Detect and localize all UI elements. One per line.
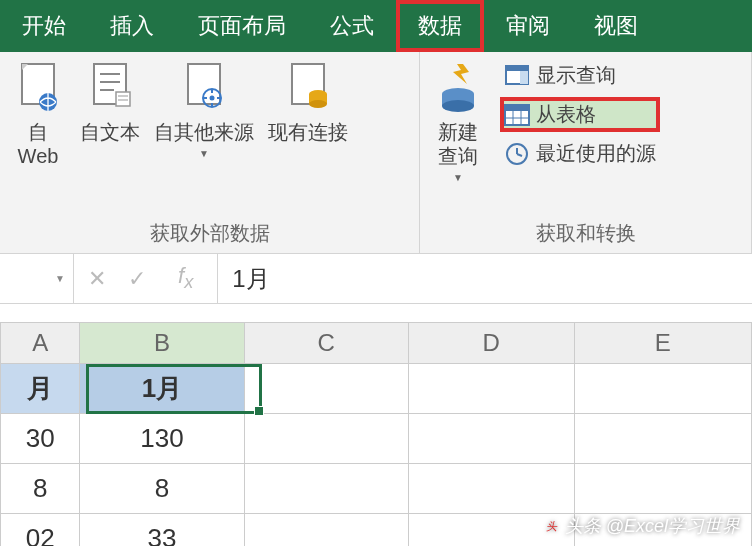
tab-start[interactable]: 开始	[0, 0, 88, 52]
from-table-icon	[504, 102, 530, 128]
formula-input[interactable]: 1月	[218, 263, 269, 295]
recent-sources-icon	[504, 141, 530, 167]
cell-C1[interactable]	[245, 364, 409, 414]
svg-rect-25	[520, 71, 528, 84]
cell-C3[interactable]	[245, 464, 409, 514]
dropdown-icon: ▼	[453, 172, 463, 183]
svg-rect-27	[505, 105, 529, 111]
cell-B1[interactable]: 1月	[80, 364, 244, 414]
show-queries-icon	[504, 63, 530, 89]
svg-text:头: 头	[545, 520, 557, 532]
dropdown-icon: ▼	[55, 273, 65, 284]
cell-A1[interactable]: 月	[0, 364, 80, 414]
col-header-C[interactable]: C	[245, 322, 409, 364]
cancel-icon[interactable]: ✕	[88, 266, 106, 292]
watermark: 头 头条 @Excel学习世界	[541, 514, 740, 538]
svg-line-33	[517, 154, 522, 156]
col-header-A[interactable]: A	[0, 322, 80, 364]
fx-icon[interactable]: fx	[168, 263, 203, 293]
from-web-icon	[10, 60, 66, 116]
cell-E2[interactable]	[575, 414, 752, 464]
cell-D1[interactable]	[409, 364, 575, 414]
new-query-icon	[430, 60, 486, 116]
from-other-button[interactable]: 自其他来源 ▼	[154, 60, 254, 159]
tab-page-layout[interactable]: 页面布局	[176, 0, 308, 52]
from-other-icon	[176, 60, 232, 116]
cell-D3[interactable]	[409, 464, 575, 514]
from-web-button[interactable]: 自 Web	[10, 60, 66, 168]
ribbon-group-label: 获取和转换	[430, 214, 741, 247]
svg-rect-24	[506, 66, 528, 71]
tab-insert[interactable]: 插入	[88, 0, 176, 52]
col-header-D[interactable]: D	[409, 322, 575, 364]
cell-B3[interactable]: 8	[80, 464, 244, 514]
svg-point-19	[309, 100, 327, 108]
ribbon-group-label: 获取外部数据	[10, 214, 409, 247]
show-queries-button[interactable]: 显示查询	[500, 60, 660, 91]
cell-C2[interactable]	[245, 414, 409, 464]
svg-point-11	[210, 96, 215, 101]
recent-sources-button[interactable]: 最近使用的源	[500, 138, 660, 169]
cell-B2[interactable]: 130	[80, 414, 244, 464]
svg-point-22	[442, 100, 474, 112]
dropdown-icon: ▼	[199, 148, 209, 159]
tab-formulas[interactable]: 公式	[308, 0, 396, 52]
cell-A2[interactable]: 30	[0, 414, 80, 464]
confirm-icon[interactable]: ✓	[128, 266, 146, 292]
cell-A4[interactable]: 02	[0, 514, 80, 546]
col-header-E[interactable]: E	[575, 322, 752, 364]
cell-A3[interactable]: 8	[0, 464, 80, 514]
tab-data[interactable]: 数据	[396, 0, 484, 52]
ribbon-group-external-data: 自 Web 自文本 自其他来源 ▼ 现有连接	[0, 52, 420, 253]
cell-E3[interactable]	[575, 464, 752, 514]
existing-connections-button[interactable]: 现有连接	[268, 60, 348, 144]
from-table-button[interactable]: 从表格	[500, 97, 660, 132]
from-text-icon	[82, 60, 138, 116]
cell-C4[interactable]	[245, 514, 409, 546]
tab-view[interactable]: 视图	[572, 0, 660, 52]
cell-E1[interactable]	[575, 364, 752, 414]
svg-rect-6	[116, 92, 130, 106]
spreadsheet-grid: A B C D E 月 1月 30 130 8 8 02 33	[0, 322, 752, 546]
watermark-icon: 头	[541, 516, 561, 536]
existing-connections-icon	[280, 60, 336, 116]
name-box[interactable]: ▼	[0, 254, 74, 303]
cell-D2[interactable]	[409, 414, 575, 464]
formula-bar: ▼ ✕ ✓ fx 1月	[0, 254, 752, 304]
ribbon: 自 Web 自文本 自其他来源 ▼ 现有连接	[0, 52, 752, 254]
new-query-button[interactable]: 新建 查询 ▼	[430, 60, 486, 183]
from-text-button[interactable]: 自文本	[80, 60, 140, 144]
ribbon-tabs: 开始 插入 页面布局 公式 数据 审阅 视图	[0, 0, 752, 52]
cell-B4[interactable]: 33	[80, 514, 244, 546]
tab-review[interactable]: 审阅	[484, 0, 572, 52]
col-header-B[interactable]: B	[80, 322, 244, 364]
ribbon-group-get-transform: 新建 查询 ▼ 显示查询 从表格	[420, 52, 752, 253]
